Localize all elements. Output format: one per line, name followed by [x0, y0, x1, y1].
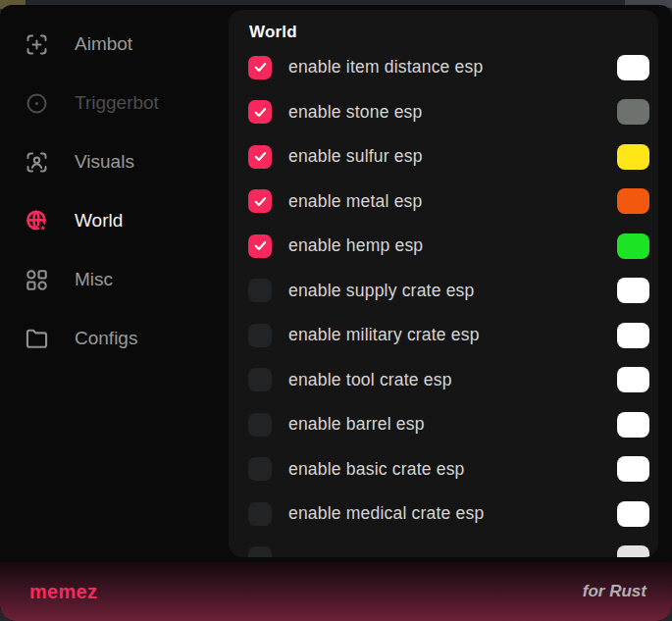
esp-color-swatch[interactable]: [617, 545, 649, 557]
esp-option-row: enable barrel esp: [248, 402, 649, 447]
esp-checkbox[interactable]: [248, 145, 272, 169]
esp-checkbox[interactable]: [248, 324, 272, 347]
sidebar-item-misc[interactable]: Misc: [0, 250, 229, 309]
esp-option-row: enable medical crate esp: [248, 492, 649, 537]
esp-option-row: enable item distance esp: [248, 45, 649, 90]
esp-checkbox[interactable]: [248, 368, 272, 391]
esp-color-swatch[interactable]: [617, 412, 649, 438]
esp-color-swatch[interactable]: [617, 367, 649, 392]
esp-color-swatch[interactable]: [617, 278, 649, 303]
esp-option-label: enable medical crate esp: [288, 503, 484, 524]
brand-name: memez: [29, 581, 97, 603]
footer-bar: memez for Rust: [0, 562, 672, 621]
brand-tagline: for Rust: [583, 582, 646, 601]
sidebar-item-triggerbot[interactable]: Triggerbot: [0, 74, 229, 132]
esp-option-label: enable stone esp: [288, 102, 423, 123]
esp-color-swatch[interactable]: [617, 323, 649, 348]
esp-color-swatch[interactable]: [617, 233, 649, 259]
sidebar-item-label: World: [75, 210, 123, 232]
cheat-menu-window: Aimbot Triggerbot Visuals: [0, 5, 672, 621]
sidebar-item-configs[interactable]: Configs: [0, 309, 229, 368]
esp-option-label: enable supply crate esp: [288, 281, 474, 301]
globe-star-icon: [24, 208, 50, 234]
circle-dot-icon: [24, 90, 50, 117]
esp-checkbox[interactable]: [248, 457, 272, 481]
sidebar: Aimbot Triggerbot Visuals: [0, 11, 229, 368]
esp-option-label: enable item distance esp: [288, 57, 483, 78]
esp-checkbox[interactable]: [248, 100, 272, 124]
check-icon: [253, 60, 268, 75]
check-icon: [253, 149, 268, 164]
page-title: World: [248, 23, 649, 42]
esp-checkbox[interactable]: [248, 189, 272, 213]
esp-color-swatch[interactable]: [617, 99, 649, 125]
world-settings-panel: World enable item distance esp: [229, 10, 658, 557]
esp-option-label: enable sulfur esp: [288, 146, 423, 167]
esp-color-swatch[interactable]: [617, 501, 649, 527]
esp-checkbox[interactable]: [248, 546, 272, 557]
esp-option-row: enable supply crate esp: [248, 269, 649, 314]
esp-option-label: enable barrel esp: [288, 414, 425, 435]
esp-option-row: enable tool crate esp: [248, 358, 649, 403]
esp-checkbox[interactable]: [248, 234, 272, 258]
esp-color-swatch[interactable]: [617, 55, 649, 80]
esp-options-list: enable item distance esp enable stone es…: [248, 45, 649, 557]
esp-option-row: enable sulfur esp: [248, 134, 649, 180]
esp-option-row: enable basic crate esp: [248, 447, 649, 492]
check-icon: [253, 194, 268, 209]
esp-option-label: enable hemp esp: [288, 235, 423, 256]
grid-shapes-icon: [24, 267, 50, 293]
esp-option-row: [248, 537, 649, 558]
user-scan-icon: [24, 149, 50, 176]
esp-option-label: enable metal esp: [288, 191, 422, 212]
sidebar-item-label: Triggerbot: [75, 92, 159, 114]
esp-color-swatch[interactable]: [617, 144, 649, 170]
folder-icon: [24, 326, 50, 352]
sidebar-item-label: Configs: [75, 328, 137, 349]
esp-checkbox[interactable]: [248, 279, 272, 302]
sidebar-item-visuals[interactable]: Visuals: [0, 132, 229, 191]
esp-option-label: enable basic crate esp: [288, 459, 465, 480]
scan-plus-icon: [24, 31, 50, 58]
sidebar-item-label: Aimbot: [75, 33, 132, 55]
esp-option-row: enable stone esp: [248, 90, 649, 135]
esp-option-row: enable metal esp: [248, 180, 649, 225]
sidebar-item-aimbot[interactable]: Aimbot: [0, 15, 229, 74]
esp-option-label: enable tool crate esp: [288, 370, 452, 390]
esp-checkbox[interactable]: [248, 502, 272, 526]
esp-option-label: enable military crate esp: [288, 325, 480, 345]
check-icon: [253, 238, 268, 253]
esp-option-row: enable hemp esp: [248, 224, 649, 269]
sidebar-item-world[interactable]: World: [0, 191, 229, 250]
check-icon: [253, 105, 268, 120]
esp-checkbox[interactable]: [248, 56, 272, 79]
sidebar-item-label: Misc: [75, 269, 113, 290]
esp-color-swatch[interactable]: [617, 456, 649, 482]
esp-option-row: enable military crate esp: [248, 313, 649, 358]
esp-color-swatch[interactable]: [617, 188, 649, 214]
esp-checkbox[interactable]: [248, 413, 272, 437]
sidebar-item-label: Visuals: [75, 151, 134, 173]
